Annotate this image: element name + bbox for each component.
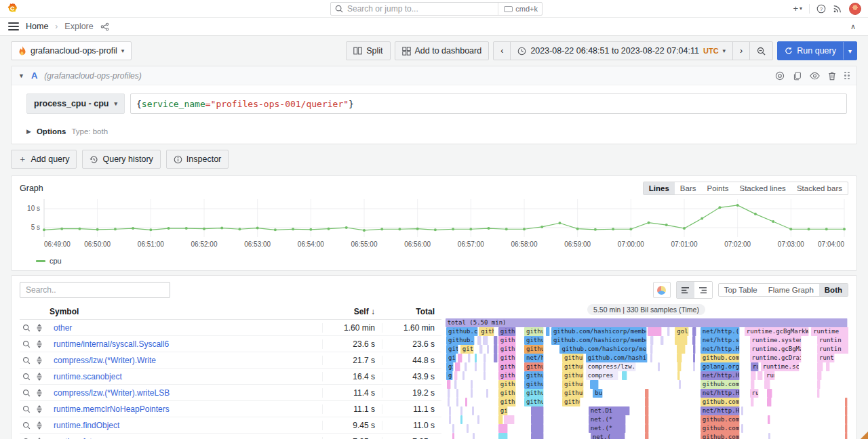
chart-legend[interactable]: cpu — [20, 255, 848, 266]
symbol-search-input[interactable]: Search.. — [20, 282, 170, 298]
flame-node[interactable] — [487, 345, 489, 354]
flame-node[interactable] — [475, 362, 477, 371]
new-menu-button[interactable]: + ▾ — [793, 3, 802, 14]
flame-node[interactable]: github.com/g — [701, 354, 740, 362]
flame-node[interactable]: net.(* — [589, 424, 626, 433]
flame-node[interactable]: gola — [675, 327, 688, 336]
flame-node[interactable] — [650, 345, 653, 354]
flame-node[interactable] — [454, 371, 458, 380]
symbol-link[interactable]: compress/lzw.(*Writer).writeLSB — [50, 388, 322, 398]
search-symbol-icon[interactable] — [22, 373, 31, 381]
query-history-button[interactable]: Query history — [82, 150, 160, 169]
flame-node[interactable] — [467, 424, 469, 433]
flame-node[interactable] — [472, 406, 474, 415]
flame-node[interactable]: githu — [524, 380, 544, 389]
color-scheme-button[interactable] — [653, 282, 671, 298]
view-option-top-table[interactable]: Top Table — [719, 284, 763, 296]
search-symbol-icon[interactable] — [22, 340, 31, 348]
flame-node[interactable] — [456, 389, 458, 398]
flame-node[interactable]: git — [446, 371, 453, 380]
search-symbol-icon[interactable] — [22, 421, 31, 430]
flame-node[interactable]: compres — [586, 371, 619, 380]
flame-node[interactable] — [455, 362, 460, 371]
copy-icon[interactable] — [793, 71, 802, 81]
flame-node[interactable]: run — [750, 389, 759, 398]
time-range-back-button[interactable]: ‹ — [493, 41, 511, 60]
flame-node[interactable] — [767, 389, 772, 398]
time-range-forward-button[interactable]: › — [732, 41, 750, 60]
collapse-query-icon[interactable]: ▼ — [18, 72, 24, 79]
view-option-both[interactable]: Both — [819, 284, 848, 296]
zoom-out-button[interactable] — [749, 41, 773, 60]
flame-node[interactable]: githu — [479, 327, 494, 336]
flame-node[interactable]: github.co — [562, 354, 584, 362]
flame-node[interactable] — [677, 371, 680, 380]
flame-node[interactable] — [645, 433, 649, 439]
flame-node[interactable] — [764, 380, 770, 389]
align-right-button[interactable] — [694, 282, 712, 298]
flame-node[interactable] — [845, 406, 848, 415]
flame-node[interactable]: githu — [524, 389, 544, 398]
flame-node[interactable]: net/http.Har — [701, 389, 740, 398]
flame-node[interactable]: githu — [498, 327, 516, 336]
flame-node[interactable]: compress/lzw.(*W — [586, 362, 637, 371]
flame-node[interactable] — [677, 345, 686, 354]
flame-node[interactable] — [448, 389, 450, 398]
flame-node[interactable] — [757, 371, 762, 380]
flame-node[interactable]: runt) — [817, 354, 835, 362]
flame-node[interactable]: githu — [524, 398, 544, 406]
flame-node[interactable] — [473, 433, 475, 439]
flame-node[interactable]: net/h — [524, 354, 544, 362]
flame-node[interactable]: golang.org/x — [701, 362, 740, 371]
trash-icon[interactable] — [828, 71, 836, 81]
flame-node[interactable]: total (5.50 min) — [446, 318, 848, 327]
time-range-picker[interactable]: 2023-08-22 06:48:51 to 2023-08-22 07:04:… — [510, 41, 733, 60]
flame-node[interactable] — [484, 362, 486, 371]
flame-node[interactable]: github.com/g — [701, 415, 740, 424]
column-total[interactable]: Total — [382, 304, 441, 319]
flame-node[interactable] — [452, 433, 454, 439]
breadcrumb-home[interactable]: Home — [26, 22, 48, 31]
flame-node[interactable]: net.( — [591, 433, 625, 439]
flame-node[interactable] — [465, 398, 467, 406]
flame-node[interactable] — [460, 415, 462, 424]
collapse-pane-icon[interactable]: ∧ — [846, 22, 860, 31]
flame-node[interactable] — [449, 415, 451, 424]
flame-node[interactable]: githu — [524, 345, 544, 354]
flame-node[interactable]: net/http.ser — [701, 336, 740, 345]
flame-node[interactable]: bu — [593, 389, 602, 398]
graph-mode-lines[interactable]: Lines — [644, 182, 675, 194]
flame-node[interactable] — [531, 424, 545, 433]
flame-node[interactable] — [447, 380, 451, 389]
flame-node[interactable]: githu — [498, 389, 516, 398]
flame-node[interactable] — [498, 415, 503, 424]
flame-node[interactable]: githu — [498, 380, 516, 389]
flame-node[interactable] — [645, 424, 649, 433]
flame-node[interactable]: runtin — [817, 336, 848, 345]
flame-node[interactable] — [817, 389, 820, 398]
search-symbol-icon[interactable] — [22, 405, 31, 413]
flame-node[interactable]: githu — [524, 327, 544, 336]
add-to-dashboard-button[interactable]: Add to dashboard — [395, 41, 490, 60]
flame-node[interactable]: net.(* — [589, 415, 626, 424]
flame-node[interactable] — [845, 433, 848, 439]
flame-node[interactable]: github.com/g — [701, 398, 740, 406]
flame-node[interactable] — [531, 433, 545, 439]
view-option-flame-graph[interactable]: Flame Graph — [763, 284, 819, 296]
flame-node[interactable] — [692, 336, 696, 345]
flame-node[interactable] — [692, 327, 696, 336]
symbol-link[interactable]: runtime.findObject — [50, 421, 322, 430]
symbol-link[interactable]: runtime/internal/syscall.Syscall6 — [50, 339, 322, 349]
flame-node[interactable] — [498, 433, 508, 439]
flame-node[interactable]: githu — [498, 362, 516, 371]
flame-node[interactable]: runtime.gcDrain (55.5 — [750, 354, 802, 362]
flame-node[interactable] — [660, 336, 663, 345]
flame-node[interactable] — [845, 398, 848, 406]
flame-node[interactable] — [546, 327, 550, 336]
flame-node[interactable] — [658, 362, 660, 371]
flame-node[interactable]: githu — [498, 345, 516, 354]
flame-node[interactable] — [484, 371, 486, 380]
flame-node[interactable] — [817, 362, 823, 371]
flame-node[interactable] — [471, 380, 473, 389]
flame-node[interactable] — [645, 398, 649, 406]
